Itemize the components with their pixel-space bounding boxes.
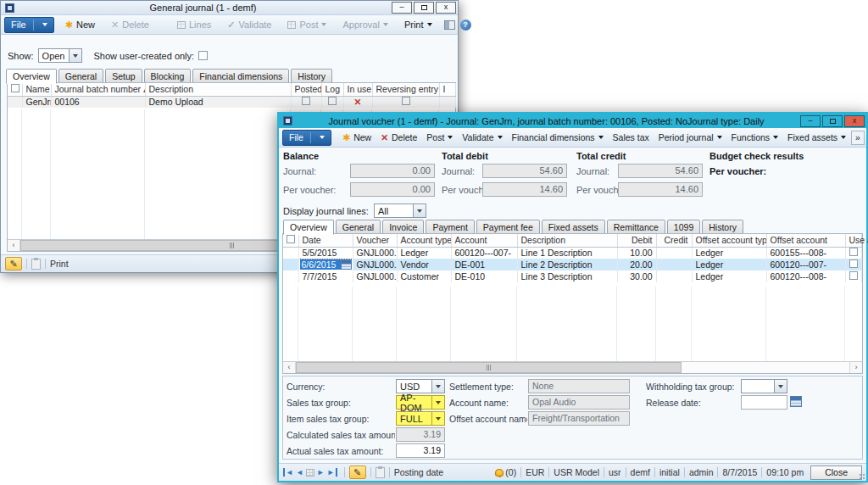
table-row[interactable]: 5/5/2015 GNJL000... Ledger 600120---007-… xyxy=(283,247,862,259)
item-sales-tax-group-dropdown[interactable]: FULL xyxy=(396,411,445,426)
cell-account[interactable]: DE-010 xyxy=(451,270,517,282)
cell-date[interactable]: 7/7/2015 xyxy=(298,270,353,282)
cell-account[interactable]: DE-001 xyxy=(451,259,517,270)
window-titlebar[interactable]: General journal (1 - demf) – x xyxy=(1,1,458,15)
cell-use-deposit[interactable] xyxy=(845,270,862,282)
cell-offset-type[interactable]: Ledger xyxy=(692,259,766,270)
cell-description[interactable]: Demo Upload xyxy=(145,96,291,108)
cell-description[interactable]: Line 3 Description xyxy=(517,270,617,282)
col-account[interactable]: Account xyxy=(451,234,517,247)
scroll-right-arrow[interactable]: › xyxy=(849,362,862,373)
use-deposit-checkbox[interactable] xyxy=(849,248,858,256)
show-dropdown[interactable]: Open xyxy=(38,48,82,63)
scroll-left-arrow[interactable]: ‹ xyxy=(283,362,296,373)
tab-overview[interactable]: Overview xyxy=(6,69,57,84)
cell-debit[interactable]: 20.00 xyxy=(617,259,656,270)
cell-description[interactable]: Line 2 Description xyxy=(517,259,617,270)
col-account-type[interactable]: Account type xyxy=(397,234,451,247)
fixed-assets-menu-button[interactable]: Fixed assets xyxy=(783,131,850,144)
col-description[interactable]: Description xyxy=(517,234,617,247)
help-icon[interactable]: ? xyxy=(460,20,471,31)
row-select-cell[interactable] xyxy=(283,259,298,270)
maximize-button[interactable] xyxy=(822,115,843,127)
file-menu-button[interactable]: File xyxy=(282,130,331,146)
withholding-tax-group-dropdown[interactable] xyxy=(741,379,787,393)
calendar-icon[interactable] xyxy=(790,396,802,407)
minimize-button[interactable]: – xyxy=(392,2,412,14)
cell-use-deposit[interactable] xyxy=(845,247,862,259)
table-row[interactable]: GenJrn 00106 Demo Upload ✕ xyxy=(8,96,456,108)
cell-offset-account[interactable]: 600120---007- xyxy=(766,259,845,270)
first-record-icon[interactable]: ◄ xyxy=(283,468,293,477)
print-button[interactable]: Print xyxy=(400,18,437,31)
cell-account[interactable]: 600120---007- xyxy=(451,247,517,259)
cell-credit[interactable] xyxy=(656,270,692,282)
col-description[interactable]: Description xyxy=(145,83,291,96)
col-log[interactable]: Log xyxy=(321,83,343,96)
select-all-header[interactable] xyxy=(283,234,298,247)
resize-grip[interactable] xyxy=(859,473,865,480)
layout-icon[interactable] xyxy=(444,20,455,30)
cell-voucher[interactable]: GNJL000... xyxy=(353,259,397,270)
new-button[interactable]: ✱New xyxy=(61,18,99,32)
cell-offset-account[interactable]: 600120---008- xyxy=(766,270,845,282)
release-date-input[interactable] xyxy=(741,395,787,410)
cell-voucher[interactable]: GNJL000... xyxy=(353,247,397,259)
actual-sales-tax-input[interactable]: 3.19 xyxy=(396,443,445,458)
scroll-left-arrow[interactable]: ‹ xyxy=(8,240,20,251)
cell-offset-account[interactable]: 600155---008- xyxy=(766,247,845,259)
col-posted[interactable]: Posted xyxy=(291,83,321,96)
delete-button[interactable]: ✕Delete xyxy=(376,131,421,144)
post-menu-button[interactable]: Post xyxy=(422,131,457,144)
cell-debit[interactable]: 10.00 xyxy=(617,247,656,259)
cell-account-type[interactable]: Ledger xyxy=(397,247,451,259)
close-button[interactable]: x xyxy=(436,2,456,14)
sales-tax-button[interactable]: Sales tax xyxy=(609,131,654,144)
next-record-icon[interactable]: ► xyxy=(317,468,325,477)
cell-credit[interactable] xyxy=(656,247,692,259)
use-deposit-checkbox[interactable] xyxy=(849,271,858,280)
validate-menu-button[interactable]: Validate xyxy=(458,131,506,144)
user-created-checkbox[interactable] xyxy=(198,51,208,60)
col-offset-account[interactable]: Offset account xyxy=(766,234,845,247)
file-menu-button[interactable]: File xyxy=(4,17,54,33)
cell-name[interactable]: GenJrn xyxy=(22,96,51,108)
cell-offset-type[interactable]: Ledger xyxy=(692,270,766,282)
cell-account-type[interactable]: Customer xyxy=(397,270,451,282)
row-select-cell[interactable] xyxy=(8,96,22,108)
currency-dropdown[interactable]: USD xyxy=(396,379,445,393)
close-button[interactable]: x xyxy=(844,115,865,127)
window-titlebar[interactable]: Journal voucher (1 - demf) - Journal: Ge… xyxy=(279,114,866,128)
cell-offset-type[interactable]: Ledger xyxy=(692,247,766,259)
maximize-button[interactable] xyxy=(414,2,434,14)
cell-use-deposit[interactable] xyxy=(845,259,862,270)
sales-tax-group-dropdown[interactable]: AP-DOM xyxy=(396,395,445,410)
col-credit[interactable]: Credit xyxy=(656,234,692,247)
minimize-button[interactable]: – xyxy=(800,115,821,127)
toolbar-overflow-button[interactable]: » xyxy=(851,131,865,145)
table-row[interactable]: 7/7/2015 GNJL000... Customer DE-010 Line… xyxy=(283,270,862,282)
financial-dimensions-menu-button[interactable]: Financial dimensions xyxy=(508,131,608,144)
cell-voucher[interactable]: GNJL000... xyxy=(353,270,397,282)
row-select-cell[interactable] xyxy=(283,270,298,282)
cell-credit[interactable] xyxy=(656,259,692,270)
col-reversing-entry[interactable]: Reversing entry xyxy=(372,83,439,96)
row-select-cell[interactable] xyxy=(283,247,298,259)
previous-record-icon[interactable]: ◄ xyxy=(296,468,303,477)
close-window-button[interactable]: Close xyxy=(810,465,862,480)
cell-date[interactable]: 5/5/2015 xyxy=(298,247,353,259)
col-journal-batch-number[interactable]: Journal batch number ▴ xyxy=(51,83,145,96)
scroll-thumb[interactable] xyxy=(296,362,682,373)
col-in-use[interactable]: In use xyxy=(343,83,372,96)
tab-overview[interactable]: Overview xyxy=(283,220,334,235)
table-row-selected[interactable]: 6/6/2015 GNJL000... Vendor DE-001 Line 2… xyxy=(283,259,862,270)
use-deposit-checkbox[interactable] xyxy=(849,259,858,268)
edit-mode-button[interactable]: ✎ xyxy=(5,257,22,270)
cell-account-type[interactable]: Vendor xyxy=(397,259,451,270)
col-voucher[interactable]: Voucher xyxy=(353,234,397,247)
col-use-a-deposit[interactable]: Use a depo xyxy=(845,234,862,247)
cell-description[interactable]: Line 1 Description xyxy=(517,247,617,259)
calendar-icon[interactable] xyxy=(341,259,352,270)
alerts-icon[interactable] xyxy=(495,469,504,477)
cell-debit[interactable]: 30.00 xyxy=(617,270,656,282)
